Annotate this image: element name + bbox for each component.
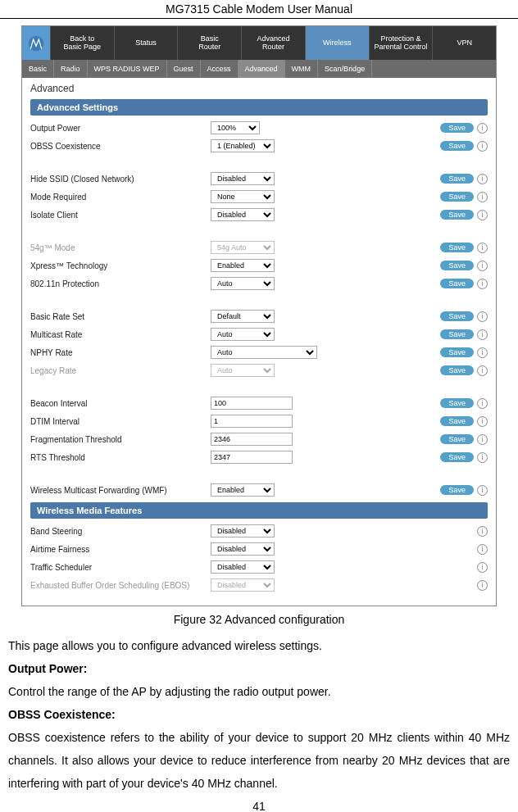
group3-save-0[interactable]: Save <box>440 243 474 252</box>
group2-save-1[interactable]: Save <box>440 192 474 202</box>
info-icon[interactable]: i <box>477 398 488 409</box>
group6-select-0[interactable]: Enabled <box>211 483 275 497</box>
group1-save-0[interactable]: Save <box>440 123 474 133</box>
group2-select-1[interactable]: None <box>211 190 275 203</box>
group3-select-2[interactable]: Auto <box>211 277 275 290</box>
subnav-item-5[interactable]: Advanced <box>239 60 285 78</box>
info-icon[interactable]: i <box>477 243 488 253</box>
topnav-item-6[interactable]: VPN <box>432 26 496 60</box>
group5-label-2: Fragmentation Threshold <box>30 435 211 444</box>
info-icon[interactable]: i <box>477 261 488 271</box>
info-icon[interactable]: i <box>477 279 488 289</box>
info-icon[interactable]: i <box>477 210 488 220</box>
group3-label-2: 802.11n Protection <box>30 279 211 288</box>
group1-select-0[interactable]: 100% <box>211 121 260 134</box>
group3-select-1[interactable]: Enabled <box>211 259 275 272</box>
heading-output-power: Output Power: <box>7 657 511 680</box>
info-icon[interactable]: i <box>477 544 488 555</box>
info-icon[interactable]: i <box>477 329 488 340</box>
group4-save-2[interactable]: Save <box>440 347 474 357</box>
group4-select-3[interactable]: Auto <box>211 364 275 377</box>
group1-row-1: OBSS Coexistence1 (Enabled)Savei <box>30 137 488 155</box>
group3-save-2[interactable]: Save <box>440 279 474 288</box>
info-icon[interactable]: i <box>477 526 488 537</box>
group7-row-2: Traffic SchedulerDisabledi <box>30 558 488 576</box>
subnav-item-3[interactable]: Guest <box>167 60 201 78</box>
group7-select-1[interactable]: Disabled <box>211 542 275 556</box>
group5-save-3[interactable]: Save <box>440 452 474 462</box>
figure-caption: Figure 32 Advanced configuration <box>7 613 511 626</box>
info-icon[interactable]: i <box>477 141 488 152</box>
info-icon[interactable]: i <box>477 192 488 202</box>
heading-obss: OBSS Coexistence: <box>7 703 511 726</box>
topnav-item-0[interactable]: Back to Basic Page <box>50 26 114 60</box>
group4-select-2[interactable]: Auto <box>211 346 317 359</box>
info-icon[interactable]: i <box>477 311 488 322</box>
info-icon[interactable]: i <box>477 485 488 496</box>
group6-save-0[interactable]: Save <box>440 485 474 495</box>
group4-save-1[interactable]: Save <box>440 329 474 339</box>
info-icon[interactable]: i <box>477 174 488 184</box>
group3-select-0[interactable]: 54g Auto <box>211 241 275 254</box>
group7-select-0[interactable]: Disabled <box>211 524 275 538</box>
info-icon[interactable]: i <box>477 452 488 463</box>
info-icon[interactable]: i <box>477 365 488 376</box>
group5-label-0: Beacon Interval <box>30 399 211 408</box>
group2-select-0[interactable]: Disabled <box>211 172 275 185</box>
info-icon[interactable]: i <box>477 416 488 427</box>
group7-select-3[interactable]: Disabled <box>211 578 275 592</box>
subnav-item-0[interactable]: Basic <box>22 60 54 78</box>
group1-select-1[interactable]: 1 (Enabled) <box>211 139 275 152</box>
subnav-item-6[interactable]: WMM <box>285 60 319 78</box>
group2-save-0[interactable]: Save <box>440 174 474 184</box>
group5-save-1[interactable]: Save <box>440 416 474 426</box>
topnav-item-1[interactable]: Status <box>114 26 178 60</box>
group7-select-2[interactable]: Disabled <box>211 560 275 574</box>
group2-label-2: Isolate Client <box>30 211 211 220</box>
group4-select-0[interactable]: Default <box>211 310 275 323</box>
group2-row-0: Hide SSID (Closed Network)DisabledSavei <box>30 170 488 188</box>
group2-row-1: Mode RequiredNoneSavei <box>30 188 488 206</box>
section-wireless-media: Wireless Media Features <box>30 502 488 519</box>
group5-save-2[interactable]: Save <box>440 434 474 444</box>
group4-save-3[interactable]: Save <box>440 365 474 375</box>
group5-input-0[interactable] <box>211 397 293 410</box>
group5-row-3: RTS ThresholdSavei <box>30 448 488 466</box>
para-output-power: Control the range of the AP by adjusting… <box>7 680 511 703</box>
topnav-item-3[interactable]: Advanced Router <box>241 26 305 60</box>
subnav-item-4[interactable]: Access <box>201 60 239 78</box>
group5-label-3: RTS Threshold <box>30 453 211 462</box>
group5-input-2[interactable] <box>211 433 293 446</box>
group2-save-2[interactable]: Save <box>440 210 474 220</box>
group6-row-0: Wireless Multicast Forwarding (WMF)Enabl… <box>30 481 488 499</box>
group5-save-0[interactable]: Save <box>440 398 474 408</box>
info-icon[interactable]: i <box>477 347 488 358</box>
group3-save-1[interactable]: Save <box>440 261 474 270</box>
group6-label-0: Wireless Multicast Forwarding (WMF) <box>30 486 211 495</box>
group3-label-1: Xpress™ Technology <box>30 261 211 270</box>
group1-label-0: Output Power <box>30 124 211 133</box>
topnav-item-4[interactable]: Wireless <box>305 26 369 60</box>
group5-input-3[interactable] <box>211 451 293 464</box>
group4-row-0: Basic Rate SetDefaultSavei <box>30 307 488 325</box>
group7-label-0: Band Steering <box>30 527 211 536</box>
group4-save-0[interactable]: Save <box>440 311 474 321</box>
info-icon[interactable]: i <box>477 434 488 445</box>
page-number: 41 <box>7 800 511 812</box>
group4-select-1[interactable]: Auto <box>211 328 275 341</box>
info-icon[interactable]: i <box>477 580 488 591</box>
group4-label-3: Legacy Rate <box>30 366 211 375</box>
group1-save-1[interactable]: Save <box>440 141 474 151</box>
subnav-item-1[interactable]: Radio <box>54 60 88 78</box>
group7-row-1: Airtime FairnessDisabledi <box>30 540 488 558</box>
topnav-item-2[interactable]: Basic Router <box>177 26 241 60</box>
info-icon[interactable]: i <box>477 123 488 134</box>
group4-row-3: Legacy RateAutoSavei <box>30 361 488 379</box>
group2-select-2[interactable]: Disabled <box>211 208 275 221</box>
subnav-item-2[interactable]: WPS RADIUS WEP <box>88 60 167 78</box>
topnav-item-5[interactable]: Protection & Parental Control <box>369 26 433 60</box>
group4-label-0: Basic Rate Set <box>30 312 211 321</box>
group5-input-1[interactable] <box>211 415 293 428</box>
subnav-item-7[interactable]: Scan/Bridge <box>318 60 372 78</box>
info-icon[interactable]: i <box>477 562 488 573</box>
